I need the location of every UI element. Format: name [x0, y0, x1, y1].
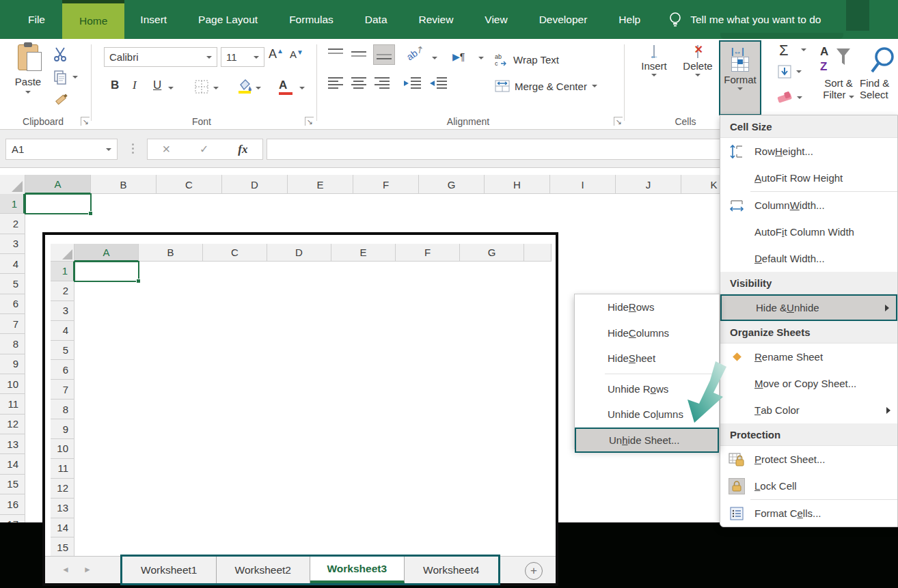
name-box[interactable]: A1 — [5, 139, 118, 160]
column-header[interactable]: J — [616, 175, 681, 194]
copy-button[interactable] — [52, 69, 68, 88]
row-header[interactable]: 15 — [0, 475, 25, 494]
font-size-chevron[interactable] — [254, 56, 259, 59]
menu-item-row-height[interactable]: Row Height... — [720, 138, 897, 165]
row-header[interactable]: 13 — [0, 434, 25, 454]
middle-align-button[interactable] — [351, 48, 366, 64]
ribbon-tab[interactable]: Review — [403, 0, 470, 39]
row-header[interactable]: 2 — [0, 214, 25, 234]
fill-chevron[interactable] — [796, 70, 802, 73]
row-header[interactable]: 10 — [0, 374, 25, 394]
row-header[interactable]: 5 — [0, 274, 25, 294]
column-header[interactable]: A — [25, 175, 91, 194]
format-painter-button[interactable] — [52, 91, 70, 111]
column-header[interactable]: D — [222, 175, 288, 194]
font-dialog-launcher[interactable]: ↘ — [305, 117, 314, 126]
row-header[interactable]: 1 — [0, 194, 25, 214]
menu-item-autofit-column-width[interactable]: AutoFit Column Width — [720, 219, 897, 245]
clear-chevron[interactable] — [797, 96, 802, 99]
borders-button[interactable] — [195, 80, 208, 96]
column-header[interactable]: B — [91, 175, 157, 194]
ribbon-tab[interactable]: View — [469, 0, 523, 39]
column-header[interactable]: C — [157, 175, 222, 194]
text-direction-chevron[interactable] — [478, 57, 484, 59]
enter-button[interactable]: ✓ — [200, 143, 208, 156]
alignment-dialog-launcher[interactable]: ↘ — [614, 117, 623, 126]
insert-chevron[interactable] — [651, 74, 657, 76]
paste-dropdown-chevron[interactable] — [25, 91, 31, 94]
font-size-combo[interactable]: 11 — [221, 47, 264, 67]
clear-button[interactable] — [776, 91, 793, 107]
fill-button[interactable] — [778, 65, 791, 81]
grow-font-button[interactable]: A▲ — [269, 47, 284, 61]
menu-item-rename-sheet[interactable]: Rename Sheet — [720, 344, 897, 370]
ribbon-tab[interactable]: Page Layout — [182, 0, 273, 39]
italic-button[interactable]: I — [133, 79, 137, 92]
column-header[interactable]: F — [353, 175, 419, 194]
row-header[interactable]: 16 — [0, 494, 25, 514]
clipboard-dialog-launcher[interactable]: ↘ — [81, 117, 90, 126]
fill-color-chevron[interactable] — [256, 87, 261, 89]
format-chevron[interactable] — [737, 87, 743, 90]
column-header[interactable]: I — [550, 175, 616, 194]
increase-indent-button[interactable] — [429, 77, 447, 92]
column-header[interactable]: G — [419, 175, 485, 194]
paste-button[interactable]: Paste — [10, 44, 46, 113]
font-color-chevron[interactable] — [299, 87, 305, 89]
menu-item-hide-columns[interactable]: Hide Columns — [575, 320, 719, 346]
text-direction-button[interactable]: ▶¶ — [452, 51, 465, 62]
row-header[interactable]: 17 — [0, 515, 25, 523]
menu-item-lock-cell[interactable]: Lock Cell — [720, 473, 897, 499]
sort-filter-button[interactable]: Sort & Filter — [817, 77, 860, 100]
column-header[interactable]: H — [485, 175, 550, 194]
ribbon-tab[interactable]: Help — [603, 0, 656, 39]
ribbon-tab[interactable]: Home — [62, 0, 124, 39]
orientation-button[interactable]: ab↗ — [405, 43, 426, 63]
row-header[interactable]: 12 — [0, 415, 25, 434]
cut-button[interactable] — [52, 46, 68, 65]
shrink-font-button[interactable]: A▼ — [290, 48, 303, 60]
menu-item-move-copy-sheet[interactable]: Move or Copy Sheet... — [720, 370, 897, 397]
bottom-align-button[interactable] — [373, 44, 395, 65]
row-header[interactable]: 6 — [0, 294, 25, 314]
menu-item-tab-color[interactable]: Tab Color — [720, 397, 897, 423]
delete-button[interactable]: ✕ Delete — [677, 43, 719, 76]
column-header[interactable]: E — [288, 175, 353, 194]
align-left-button[interactable] — [328, 77, 343, 92]
row-header[interactable]: 9 — [0, 354, 25, 374]
merge-center-button[interactable]: Merge & Center — [495, 80, 597, 92]
menu-item-hide-rows[interactable]: Hide Rows — [575, 294, 719, 320]
autosum-chevron[interactable] — [801, 48, 806, 51]
find-select-button[interactable]: Find & Select — [860, 77, 898, 100]
row-header[interactable]: 8 — [0, 334, 25, 354]
font-color-button[interactable]: A — [279, 79, 292, 95]
underline-chevron[interactable] — [168, 87, 174, 89]
delete-chevron[interactable] — [695, 74, 700, 76]
name-box-chevron[interactable] — [106, 148, 111, 151]
menu-item-column-width[interactable]: Column Width... — [720, 192, 897, 219]
copy-dropdown-chevron[interactable] — [72, 76, 78, 79]
ribbon-tab[interactable]: Data — [349, 0, 403, 39]
row-header[interactable]: 14 — [0, 454, 25, 474]
menu-item-hide-unhide[interactable]: Hide & Unhide — [720, 294, 897, 321]
decrease-indent-button[interactable] — [403, 77, 421, 92]
font-name-chevron[interactable] — [206, 56, 212, 59]
ribbon-tab[interactable]: Insert — [124, 0, 182, 39]
ribbon-tab[interactable]: Formulas — [273, 0, 349, 39]
format-button[interactable]: |↔| Format — [719, 40, 761, 115]
menu-item-protect-sheet[interactable]: Protect Sheet... — [720, 446, 897, 473]
wrap-text-button[interactable]: abc Wrap Text — [495, 53, 559, 66]
orientation-chevron[interactable] — [432, 57, 437, 59]
row-header[interactable]: 3 — [0, 234, 25, 254]
font-name-combo[interactable]: Calibri — [104, 47, 217, 67]
merge-center-chevron[interactable] — [592, 85, 597, 87]
fill-handle[interactable] — [88, 211, 93, 216]
ribbon-tab[interactable]: File — [12, 0, 61, 39]
align-right-button[interactable] — [375, 77, 390, 92]
ribbon-tab[interactable]: Developer — [523, 0, 603, 39]
insert-button[interactable]: ← Insert — [633, 43, 675, 76]
borders-chevron[interactable] — [213, 87, 219, 89]
menu-item-default-width[interactable]: Default Width... — [720, 245, 897, 272]
fill-color-button[interactable] — [237, 78, 252, 97]
menu-item-unhide-sheet[interactable]: Unhide Sheet... — [575, 428, 719, 453]
